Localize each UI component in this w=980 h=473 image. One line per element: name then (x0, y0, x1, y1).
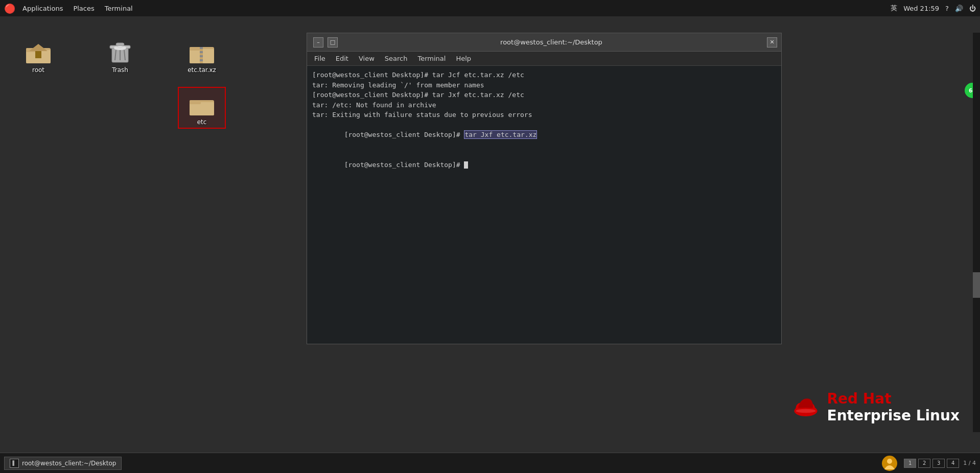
terminal-line-4: tar: /etc: Not found in archive (312, 100, 776, 110)
menu-terminal[interactable]: Terminal (100, 3, 138, 14)
trash-icon (106, 38, 134, 66)
help-icon[interactable]: ? (945, 5, 949, 12)
home-folder-icon (24, 38, 53, 66)
terminal-line-1: [root@westos_client Desktop]# tar Jcf et… (312, 70, 776, 80)
svg-rect-14 (190, 47, 200, 51)
terminal-body[interactable]: [root@westos_client Desktop]# tar Jcf et… (307, 66, 781, 344)
power-icon[interactable]: ⏻ (969, 5, 976, 12)
clock: Wed 21:59 (903, 5, 939, 12)
taskbar-pager[interactable]: 1 2 3 4 1 / 4 (904, 459, 976, 468)
desktop-icon-etctarxz[interactable]: etc.tar.xz (179, 36, 225, 76)
pager-label: 1 / 4 (963, 460, 976, 466)
topbar: 🔴 Applications Places Terminal 英 Wed 21:… (0, 0, 980, 16)
menu-places[interactable]: Places (68, 3, 99, 14)
desktop-icon-root-label: root (32, 66, 44, 74)
terminal-line-3: [root@westos_client Desktop]# tar Jxf et… (312, 90, 776, 100)
svg-marker-3 (29, 44, 48, 51)
terminal-close-button[interactable]: ✕ (767, 37, 777, 48)
language-indicator[interactable]: 英 (891, 4, 897, 13)
terminal-menu-search[interactable]: Search (380, 54, 413, 63)
terminal-menu-edit[interactable]: Edit (331, 54, 354, 63)
archive-icon (188, 38, 216, 66)
svg-point-25 (796, 409, 815, 413)
pager-box-3[interactable]: 3 (932, 459, 945, 468)
desktop-icon-trash-label: Trash (112, 66, 128, 74)
redhat-brand: Red Hat Enterprise Linux (790, 390, 960, 424)
desktop-icon-etctarxz-label: etc.tar.xz (188, 66, 216, 74)
scrollbar-thumb[interactable] (973, 272, 980, 298)
desktop: root Trash (0, 16, 980, 453)
terminal-menu-help[interactable]: Help (451, 54, 476, 63)
taskbar-right: 1 2 3 4 1 / 4 (881, 455, 976, 471)
terminal-minimize-button[interactable]: – (313, 37, 323, 48)
terminal-line-5: tar: Exiting with failure status due to … (312, 110, 776, 120)
terminal-line-6: [root@westos_client Desktop]# tar Jxf et… (312, 120, 776, 150)
sound-icon[interactable]: 🔊 (955, 5, 963, 12)
pager-box-2[interactable]: 2 (918, 459, 930, 468)
svg-rect-22 (190, 100, 201, 104)
svg-rect-16 (200, 47, 203, 49)
desktop-icon-trash[interactable]: Trash (97, 36, 143, 76)
redhat-logo-icon (790, 392, 821, 422)
terminal-titlebar: – □ root@westos_client:~/Desktop ✕ (307, 33, 781, 52)
taskbar: ▌ root@westos_client:~/Desktop 1 2 3 4 1… (0, 453, 980, 473)
svg-rect-18 (200, 55, 203, 57)
redhat-logo-icon: 🔴 (4, 3, 15, 14)
taskbar-terminal-icon: ▌ (10, 459, 19, 468)
desktop-icon-etc-label: etc (197, 119, 207, 126)
svg-point-27 (887, 459, 892, 464)
topbar-right: 英 Wed 21:59 ? 🔊 ⏻ (891, 4, 976, 13)
pager-box-1[interactable]: 1 (904, 459, 916, 468)
terminal-menu-file[interactable]: File (309, 54, 331, 63)
taskbar-terminal-label: root@westos_client:~/Desktop (22, 460, 116, 467)
redhat-brand-text: Red Hat Enterprise Linux (827, 390, 960, 424)
terminal-cursor (464, 161, 468, 169)
terminal-title: root@westos_client:~/Desktop (338, 38, 765, 46)
terminal-window: – □ root@westos_client:~/Desktop ✕ File … (307, 33, 782, 344)
pager-box-4[interactable]: 4 (947, 459, 959, 468)
terminal-prompt-6: [root@westos_client Desktop]# (344, 131, 464, 138)
redhat-brand-line2: Enterprise Linux (827, 407, 960, 424)
terminal-line-7: [root@westos_client Desktop]# (312, 150, 776, 180)
svg-rect-7 (116, 43, 124, 46)
svg-rect-19 (200, 59, 203, 61)
svg-rect-17 (200, 51, 203, 53)
taskbar-user-icon (881, 455, 898, 471)
menu-applications[interactable]: Applications (17, 3, 68, 14)
terminal-menubar: File Edit View Search Terminal Help (307, 52, 781, 66)
terminal-line-2: tar: Removing leading `/' from member na… (312, 80, 776, 90)
terminal-prompt-7: [root@westos_client Desktop]# (344, 161, 464, 169)
right-scrollbar[interactable] (973, 33, 980, 432)
terminal-highlighted-command: tar Jxf etc.tar.xz (464, 130, 537, 139)
folder-icon (188, 90, 216, 119)
terminal-maximize-button[interactable]: □ (328, 37, 338, 48)
terminal-menu-view[interactable]: View (354, 54, 380, 63)
desktop-icon-root[interactable]: root (15, 36, 61, 76)
redhat-brand-line1: Red Hat (827, 390, 960, 408)
desktop-icon-etc[interactable]: etc (179, 88, 225, 128)
taskbar-terminal-item[interactable]: ▌ root@westos_client:~/Desktop (4, 457, 122, 470)
svg-rect-4 (35, 51, 41, 58)
terminal-menu-terminal[interactable]: Terminal (412, 54, 451, 63)
